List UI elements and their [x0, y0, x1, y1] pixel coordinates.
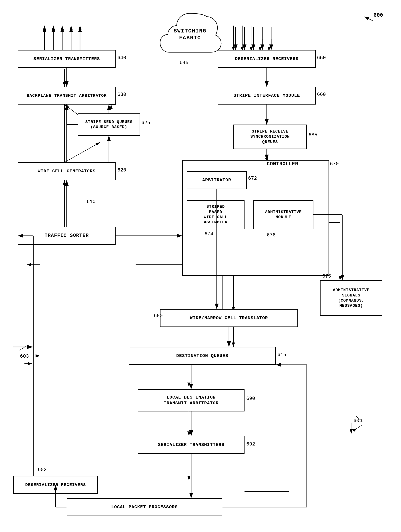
- local-destination-transmit-arbitrator-label: LOCAL DESTINATION TRANSMIT ARBITRATOR: [164, 395, 219, 406]
- label-615: 615: [277, 352, 286, 358]
- serializer-transmitters-bottom-label: SERIALIZER TRANSMITTERS: [158, 442, 224, 448]
- serializer-transmitters-bottom: SERIALIZER TRANSMITTERS: [138, 436, 244, 454]
- label-660: 660: [317, 92, 326, 97]
- traffic-sorter-label: TRAFFIC SORTER: [45, 233, 89, 239]
- deserializer-receivers-bottom-label: DESERIALIZER RECEIVERS: [25, 482, 86, 488]
- administrative-signals: ADMINISTRATIVE SIGNALS (COMMANDS, MESSAG…: [320, 280, 382, 316]
- label-630: 630: [117, 92, 126, 97]
- label-685: 685: [308, 132, 317, 138]
- stripe-interface-module-label: STRIPE INTERFACE MODULE: [233, 93, 300, 99]
- wide-narrow-cell-translator: WIDE/NARROW CELL TRANSLATOR: [160, 309, 298, 327]
- backplane-transmit-arbitrator: BACKPLANE TRANSMIT ARBITRATOR: [18, 87, 116, 105]
- stripe-send-queues: STRIPE SEND QUEUES (SOURCE BASED): [78, 114, 140, 136]
- label-645: 645: [180, 60, 188, 66]
- svg-line-38: [364, 17, 373, 21]
- destination-queues: DESTINATION QUEUES: [129, 347, 276, 365]
- label-676: 676: [267, 232, 276, 238]
- label-692: 692: [246, 442, 255, 447]
- label-672: 672: [248, 176, 257, 181]
- local-packet-processors: LOCAL PACKET PROCESSORS: [67, 498, 222, 516]
- arrow-604: [351, 423, 364, 431]
- local-packet-processors-label: LOCAL PACKET PROCESSORS: [111, 504, 178, 510]
- deserializer-receivers-bottom: DESERIALIZER RECEIVERS: [13, 476, 98, 494]
- striped-based-wide-call-assembler: STRIPED BASED WIDE CALL ASSEMBLER: [187, 200, 244, 229]
- administrative-module-label: ADMINISTRATIVE MODULE: [265, 209, 302, 220]
- label-650: 650: [317, 55, 326, 61]
- wide-cell-generators-label: WIDE CELL GENERATORS: [38, 168, 96, 174]
- deserializer-receivers-top: DESERIALIZER RECEIVERS: [218, 50, 316, 68]
- stripe-receive-sync-queues-label: STRIPE RECEIVE SYNCHRONIZATION QUEUES: [250, 129, 290, 145]
- arbitrator-label: ARBITRATOR: [202, 177, 231, 183]
- striped-based-wide-call-assembler-label: STRIPED BASED WIDE CALL ASSEMBLER: [204, 204, 227, 225]
- backplane-transmit-arbitrator-label: BACKPLANE TRANSMIT ARBITRATOR: [27, 93, 107, 99]
- arbitrator: ARBITRATOR: [187, 171, 247, 189]
- stripe-receive-sync-queues: STRIPE RECEIVE SYNCHRONIZATION QUEUES: [233, 125, 307, 149]
- label-670: 670: [330, 161, 339, 167]
- label-675: 675: [322, 273, 331, 279]
- arrow-603: [22, 359, 36, 368]
- svg-line-42: [356, 425, 362, 429]
- arrow-600: [360, 13, 378, 25]
- label-610: 610: [87, 199, 96, 205]
- switching-fabric-label: SWITCHING FABRIC: [174, 28, 207, 41]
- serializer-transmitters-top: SERIALIZER TRANSMITTERS: [18, 50, 116, 68]
- label-680: 680: [154, 313, 163, 319]
- label-690: 690: [246, 396, 255, 401]
- serializer-transmitters-top-label: SERIALIZER TRANSMITTERS: [33, 56, 100, 62]
- wide-narrow-cell-translator-label: WIDE/NARROW CELL TRANSLATOR: [190, 315, 268, 321]
- svg-line-15: [64, 142, 100, 162]
- administrative-signals-label: ADMINISTRATIVE SIGNALS (COMMANDS, MESSAG…: [333, 288, 370, 309]
- deserializer-receivers-top-label: DESERIALIZER RECEIVERS: [235, 56, 299, 62]
- label-603: 603: [20, 354, 29, 359]
- controller-label: CONTROLLER: [267, 161, 298, 167]
- switching-fabric-cloud: SWITCHING FABRIC: [151, 9, 229, 60]
- label-674: 674: [205, 231, 213, 237]
- stripe-send-queues-label: STRIPE SEND QUEUES (SOURCE BASED): [85, 120, 132, 130]
- label-640: 640: [117, 55, 126, 61]
- label-602: 602: [38, 467, 47, 473]
- label-620: 620: [117, 167, 126, 173]
- destination-queues-label: DESTINATION QUEUES: [176, 353, 228, 359]
- administrative-module: ADMINISTRATIVE MODULE: [253, 200, 313, 229]
- traffic-sorter: TRAFFIC SORTER: [18, 227, 116, 245]
- label-625: 625: [141, 120, 150, 126]
- svg-line-87: [19, 347, 25, 350]
- diagram: SWITCHING FABRIC SERIALIZER TRANSMITTERS…: [0, 0, 401, 532]
- local-destination-transmit-arbitrator: LOCAL DESTINATION TRANSMIT ARBITRATOR: [138, 389, 244, 412]
- stripe-interface-module: STRIPE INTERFACE MODULE: [218, 87, 316, 105]
- wide-cell-generators: WIDE CELL GENERATORS: [18, 162, 116, 180]
